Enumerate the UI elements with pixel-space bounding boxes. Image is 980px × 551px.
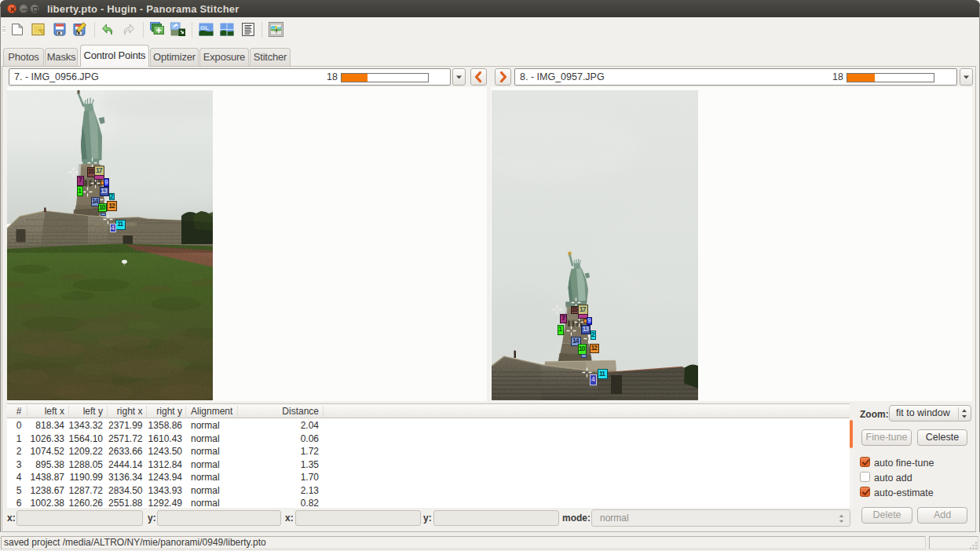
svg-text:GL: GL bbox=[200, 24, 209, 31]
